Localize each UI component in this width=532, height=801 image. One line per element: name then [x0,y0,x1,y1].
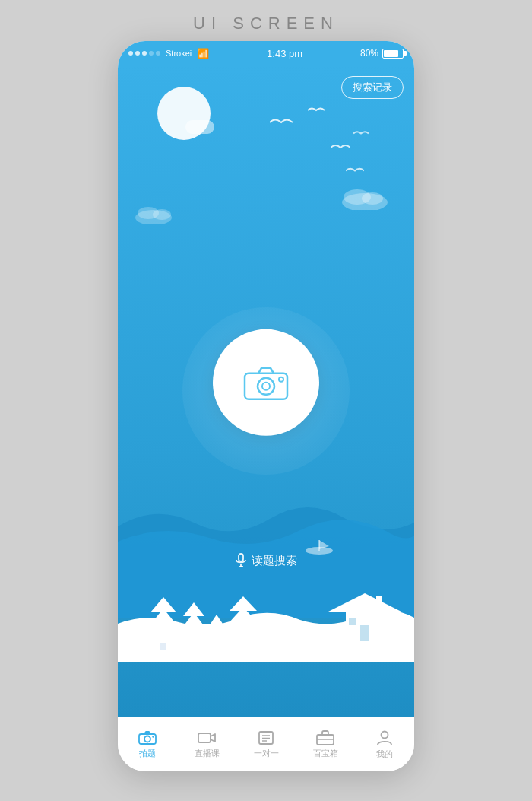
cloud-left [133,202,175,227]
bird-1 [270,117,293,131]
status-right: 80% [360,48,404,59]
svg-marker-21 [183,602,204,616]
dot-1 [128,51,133,56]
list-nav-icon [258,730,274,745]
svg-point-33 [144,736,150,742]
nav-label-treasure: 百宝箱 [313,748,338,759]
svg-marker-17 [150,597,176,612]
svg-point-2 [362,192,383,205]
svg-point-34 [152,736,154,737]
status-time: 1:43 pm [267,48,302,59]
dot-5 [156,51,160,56]
svg-point-5 [153,209,171,220]
signal-dots [128,51,160,56]
battery-fill [384,50,398,57]
svg-rect-31 [376,596,382,610]
scenery-area [118,563,414,662]
nav-label-live: 直播课 [195,748,220,759]
moon-decoration [157,87,211,140]
user-nav-icon [376,729,393,746]
svg-marker-23 [209,615,224,626]
status-left: Strokei 📶 [128,48,209,59]
page-title: UI SCREEN [193,14,339,33]
svg-point-7 [258,378,274,395]
nav-item-photo[interactable]: 拍题 [118,730,177,759]
wifi-icon: 📶 [197,48,209,59]
bottom-nav: 拍题 直播课 一对一 [118,717,414,771]
search-history-button[interactable]: 搜索记录 [341,76,404,99]
nav-item-mine[interactable]: 我的 [355,729,414,760]
bird-5 [346,164,364,178]
microphone-icon [235,553,247,568]
battery-percent: 80% [360,48,378,59]
svg-rect-10 [239,554,243,561]
voice-search-area[interactable]: 读题搜索 [235,553,297,568]
bird-4 [353,126,369,140]
svg-point-8 [262,383,270,390]
status-bar: Strokei 📶 1:43 pm 80% [118,41,414,65]
briefcase-nav-icon [316,730,334,745]
svg-rect-29 [360,625,369,641]
svg-marker-26 [230,596,257,611]
moon-cloud [185,120,214,134]
svg-rect-30 [349,618,356,625]
bird-3 [331,141,350,155]
nav-label-mine: 我的 [376,749,393,760]
nav-label-photo: 拍题 [139,748,156,759]
video-nav-icon [198,730,216,745]
camera-circle[interactable] [213,329,319,436]
main-area: 搜索记录 [118,65,414,717]
nav-item-live[interactable]: 直播课 [177,730,236,759]
dot-3 [142,51,147,56]
svg-rect-18 [160,643,166,650]
battery-icon [382,49,404,59]
camera-nav-icon [138,730,157,745]
voice-search-label: 读题搜索 [252,554,297,568]
bird-2 [308,103,325,117]
nav-label-one: 一对一 [254,748,279,759]
dot-4 [149,51,154,56]
nav-item-one-on-one[interactable]: 一对一 [236,730,296,759]
svg-rect-35 [198,733,211,742]
camera-icon [242,363,290,402]
carrier-label: Strokei [166,49,192,58]
cloud-right [338,183,391,213]
svg-point-42 [382,731,388,738]
svg-point-9 [279,377,283,382]
svg-marker-28 [327,593,403,612]
phone-frame: Strokei 📶 1:43 pm 80% 搜索记录 [118,41,414,771]
dot-2 [135,51,140,56]
nav-item-treasure[interactable]: 百宝箱 [296,730,355,759]
